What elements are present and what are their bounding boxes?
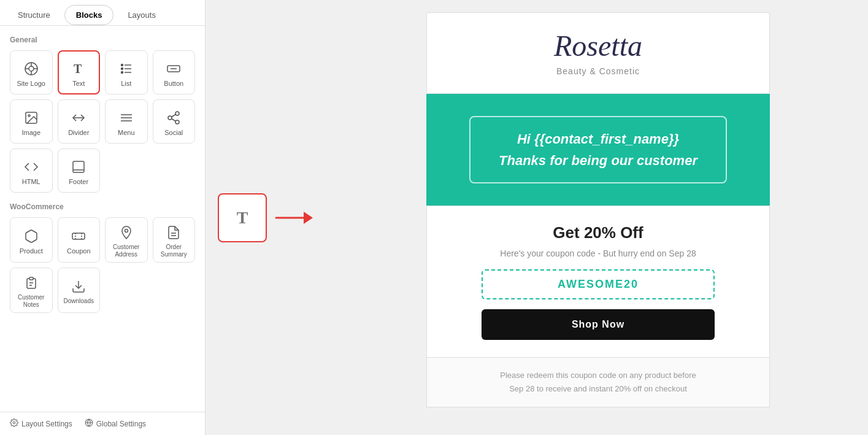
svg-point-10 — [121, 64, 123, 66]
block-social-label: Social — [164, 129, 183, 136]
footer-line2: Sep 28 to receive and instant 20% off on… — [509, 384, 687, 393]
customer-address-icon — [119, 224, 134, 241]
panel-content: General Site Logo — [0, 26, 205, 412]
block-order-downloads[interactable]: Downloads — [58, 268, 101, 313]
brand-name: Rosetta — [439, 30, 757, 63]
block-site-logo-label: Site Logo — [17, 80, 45, 87]
greeting-line2: Thanks for being our customer — [499, 153, 697, 168]
shop-now-button[interactable]: Shop Now — [482, 309, 715, 340]
general-section-label: General — [10, 36, 195, 44]
global-settings-label: Global Settings — [96, 420, 146, 428]
block-button-label: Button — [164, 80, 183, 87]
tab-structure[interactable]: Structure — [6, 5, 62, 25]
block-site-logo[interactable]: Site Logo — [10, 50, 53, 94]
greeting-text: Hi {{contact_first_name}} Thanks for bei… — [485, 128, 711, 171]
html-icon — [24, 158, 39, 175]
svg-point-16 — [28, 115, 30, 117]
divider-icon — [71, 109, 86, 126]
list-icon — [119, 60, 134, 77]
greeting-box: Hi {{contact_first_name}} Thanks for bei… — [469, 116, 727, 183]
block-image-label: Image — [21, 129, 40, 136]
product-icon — [24, 228, 39, 245]
email-preview-panel: Rosetta Beauty & Cosmetic Hi {{contact_f… — [328, 0, 868, 435]
block-product-label: Product — [20, 247, 43, 255]
tab-blocks[interactable]: Blocks — [64, 5, 114, 25]
block-image[interactable]: Image — [10, 99, 53, 144]
site-logo-icon — [24, 60, 39, 77]
left-panel: Structure Blocks Layouts General Si — [0, 0, 205, 435]
block-product[interactable]: Product — [10, 217, 53, 263]
block-menu-label: Menu — [118, 129, 135, 136]
block-html-label: HTML — [22, 178, 40, 185]
layout-settings-icon — [10, 418, 18, 429]
woocommerce-blocks-grid: Product Coupon — [10, 217, 195, 313]
block-html[interactable]: HTML — [10, 148, 53, 193]
block-footer[interactable]: Footer — [58, 148, 101, 193]
svg-point-12 — [121, 72, 123, 74]
image-icon — [24, 109, 39, 126]
block-divider-label: Divider — [68, 129, 89, 136]
block-menu[interactable]: Menu — [105, 99, 148, 144]
layout-settings-label: Layout Settings — [21, 420, 72, 428]
svg-line-25 — [172, 115, 176, 117]
block-list[interactable]: List — [105, 50, 148, 94]
bottom-bar: Layout Settings Global Settings — [0, 412, 205, 435]
global-settings-icon — [85, 418, 93, 429]
footer-icon — [71, 158, 86, 175]
woocommerce-section-label: WooCommerce — [10, 202, 195, 211]
footer-text: Please redeem this coupon code on any pr… — [442, 369, 755, 396]
drag-area: T — [205, 0, 328, 435]
customer-notes-icon — [24, 274, 39, 291]
block-customer-address-label: Customer Address — [108, 244, 145, 258]
block-text-label: Text — [72, 80, 85, 87]
menu-icon — [119, 109, 134, 126]
email-coupon-block: Get 20% Off Here's your coupon code - Bu… — [426, 206, 770, 358]
svg-point-1 — [29, 66, 34, 71]
drop-arrow — [273, 206, 322, 230]
svg-rect-28 — [72, 233, 85, 239]
svg-point-21 — [175, 112, 179, 115]
tab-bar: Structure Blocks Layouts — [0, 0, 205, 26]
email-footer-block: Please redeem this coupon code on any pr… — [426, 358, 770, 407]
block-customer-notes-label: Customer Notes — [13, 294, 50, 309]
email-greeting-block: Hi {{contact_first_name}} Thanks for bei… — [426, 94, 770, 206]
svg-rect-26 — [73, 161, 84, 172]
block-coupon-label: Coupon — [67, 247, 91, 255]
svg-rect-34 — [29, 277, 33, 280]
social-icon — [166, 109, 181, 126]
svg-point-38 — [13, 422, 15, 424]
coupon-code: AWESOME20 — [482, 269, 715, 299]
svg-line-24 — [172, 119, 176, 121]
tab-layouts[interactable]: Layouts — [116, 5, 167, 25]
block-customer-notes[interactable]: Customer Notes — [10, 268, 53, 313]
block-order-downloads-label: Downloads — [64, 298, 94, 305]
block-social[interactable]: Social — [153, 99, 196, 144]
svg-text:T: T — [74, 62, 82, 75]
block-footer-label: Footer — [69, 178, 88, 185]
text-icon: T — [71, 60, 86, 77]
block-button[interactable]: Button — [153, 50, 196, 94]
block-customer-address[interactable]: Customer Address — [105, 217, 148, 263]
coupon-subtitle: Here's your coupon code - But hurry end … — [442, 248, 755, 258]
block-divider[interactable]: Divider — [58, 99, 101, 144]
block-coupon[interactable]: Coupon — [58, 217, 101, 263]
block-text[interactable]: T Text — [58, 50, 101, 94]
footer-line1: Please redeem this coupon code on any pr… — [500, 371, 696, 380]
button-icon — [166, 60, 181, 77]
coupon-icon — [71, 228, 86, 245]
greeting-line1: Hi {{contact_first_name}} — [517, 131, 679, 147]
drag-block-icon: T — [237, 208, 248, 228]
svg-point-22 — [168, 116, 172, 120]
brand-subtitle: Beauty & Cosmetic — [439, 66, 757, 76]
email-header-block: Rosetta Beauty & Cosmetic — [426, 12, 770, 94]
global-settings-item[interactable]: Global Settings — [85, 418, 146, 429]
order-downloads-icon — [71, 278, 86, 295]
layout-settings-item[interactable]: Layout Settings — [10, 418, 72, 429]
coupon-title: Get 20% Off — [442, 223, 755, 242]
general-blocks-grid: Site Logo T Text — [10, 50, 195, 193]
drag-text-block[interactable]: T — [218, 193, 267, 242]
svg-point-11 — [121, 68, 123, 70]
svg-point-23 — [175, 120, 179, 124]
block-order-summary[interactable]: Order Summary — [153, 217, 196, 263]
block-order-summary-label: Order Summary — [156, 244, 193, 258]
